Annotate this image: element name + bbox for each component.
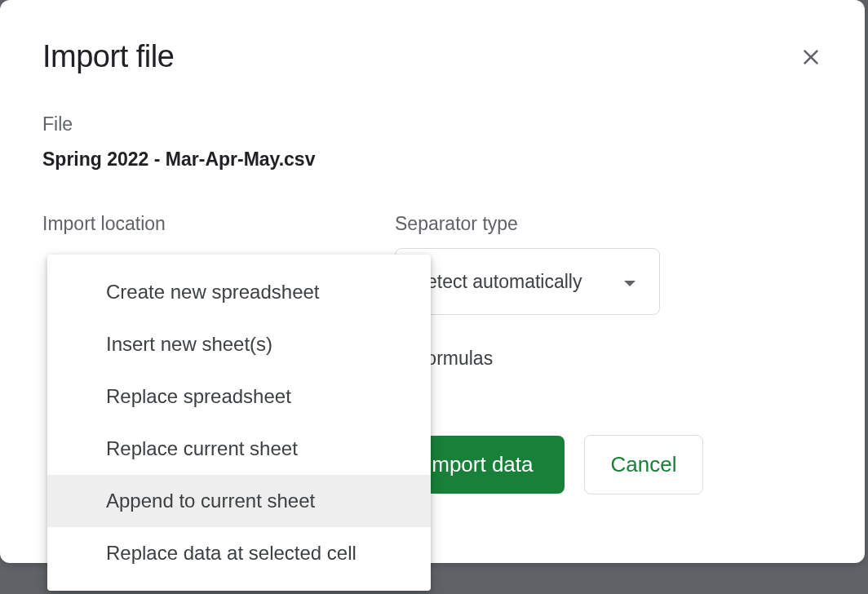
close-icon[interactable] [799, 46, 822, 69]
chevron-down-icon [623, 271, 636, 293]
menu-item-replace-data-at-selected-cell[interactable]: Replace data at selected cell [47, 527, 431, 579]
menu-item-append-to-current-sheet[interactable]: Append to current sheet [47, 475, 431, 527]
file-label: File [42, 113, 822, 135]
import-location-menu: Create new spreadsheet Insert new sheet(… [47, 255, 431, 591]
separator-type-dropdown[interactable]: etect automatically [395, 248, 660, 315]
separator-type-value: etect automatically [427, 271, 582, 293]
menu-item-replace-spreadsheet[interactable]: Replace spreadsheet [47, 370, 431, 423]
cancel-button[interactable]: Cancel [584, 435, 704, 494]
import-location-label: Import location [42, 213, 395, 235]
separator-type-label: Separator type [395, 213, 822, 235]
menu-item-create-new-spreadsheet[interactable]: Create new spreadsheet [47, 266, 431, 318]
dialog-buttons: Import data Cancel [395, 435, 822, 494]
dialog-title: Import file [42, 39, 174, 74]
file-name: Spring 2022 - Mar-Apr-May.csv [42, 148, 822, 171]
separator-column: Separator type etect automatically nd fo… [395, 213, 822, 494]
menu-item-insert-new-sheets[interactable]: Insert new sheet(s) [47, 318, 431, 370]
dialog-header: Import file [42, 39, 822, 74]
menu-item-replace-current-sheet[interactable]: Replace current sheet [47, 423, 431, 475]
convert-text-label: nd formulas [395, 348, 822, 370]
